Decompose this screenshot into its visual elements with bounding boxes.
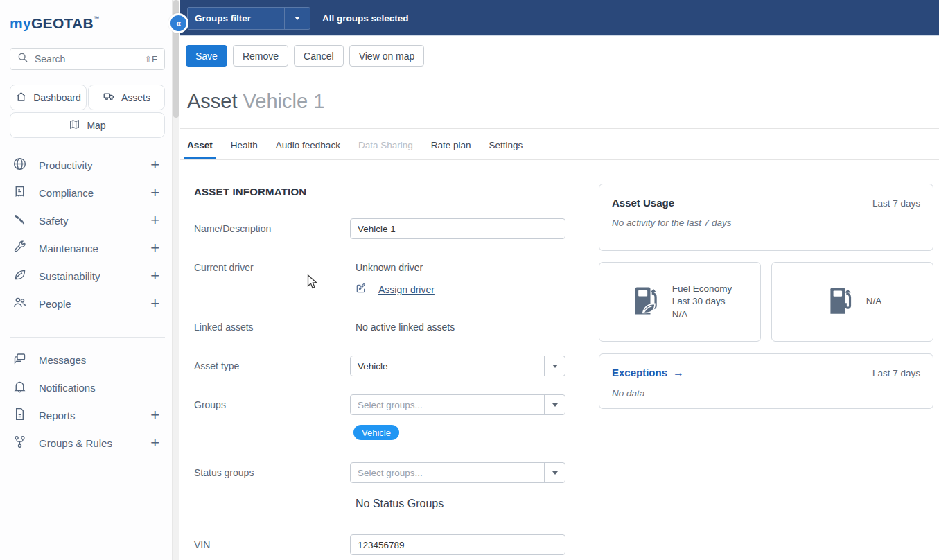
sidebar-item-groups-rules[interactable]: Groups & Rules + (0, 429, 172, 457)
group-chip-vehicle[interactable]: Vehicle (353, 425, 399, 440)
exceptions-link[interactable]: Exceptions (612, 367, 667, 378)
sidebar-item-map[interactable]: Map (10, 112, 165, 138)
asset-usage-period: Last 7 days (872, 198, 920, 209)
asset-usage-card: Asset Usage Last 7 days No activity for … (599, 184, 933, 251)
action-toolbar: Save Remove Cancel View on map (186, 45, 424, 67)
seatbelt-icon (12, 212, 27, 229)
fuel-pump-leaf-icon (628, 283, 664, 322)
plus-icon[interactable]: + (150, 268, 159, 283)
plus-icon[interactable]: + (150, 185, 159, 200)
sidebar-item-assets[interactable]: Assets (88, 85, 165, 110)
assign-driver-link[interactable]: Assign driver (378, 284, 435, 295)
messages-icon (12, 351, 27, 369)
asset-usage-empty-text: No activity for the last 7 days (599, 209, 933, 228)
logo-my: my (10, 15, 31, 31)
truck-icon (103, 90, 115, 105)
mygeotab-logo: myGEOTAB™ (10, 15, 99, 32)
groups-rules-label: Groups & Rules (39, 437, 112, 449)
sidebar-item-reports[interactable]: Reports + (0, 401, 172, 429)
sidebar-item-safety[interactable]: Safety + (0, 207, 172, 234)
safety-label: Safety (39, 215, 69, 227)
sidebar-item-people[interactable]: People + (0, 290, 172, 317)
sidebar-item-dashboard[interactable]: Dashboard (10, 85, 87, 110)
plus-icon[interactable]: + (150, 408, 159, 423)
page-title-name: Vehicle 1 (243, 90, 325, 112)
top-bar: Groups filter All groups selected (180, 0, 939, 36)
current-driver-label: Current driver (194, 262, 254, 273)
sidebar-item-sustainability[interactable]: Sustainability + (0, 262, 172, 290)
plus-icon[interactable]: + (150, 157, 159, 173)
asset-type-label: Asset type (194, 360, 239, 371)
groups-selection-status: All groups selected (322, 0, 409, 36)
tab-rate-plan[interactable]: Rate plan (431, 140, 471, 159)
productivity-label: Productivity (39, 159, 93, 171)
fuel-economy-text: Fuel Economy Last 30 days N/A (672, 283, 732, 321)
groups-select[interactable]: Select groups... (350, 394, 565, 415)
chevron-down-icon[interactable] (544, 395, 565, 414)
cancel-button[interactable]: Cancel (294, 45, 344, 67)
asset-type-select[interactable]: Vehicle (350, 356, 565, 376)
mygeotab-app: myGEOTAB™ Search ⇧F Dashboard Assets (0, 0, 939, 560)
fuel-economy-card[interactable]: Fuel Economy Last 30 days N/A (599, 262, 761, 342)
plus-icon[interactable]: + (150, 213, 159, 228)
tab-asset[interactable]: Asset (187, 140, 213, 159)
arrow-right-icon[interactable]: → (673, 367, 684, 379)
tab-data-sharing: Data Sharing (358, 140, 413, 159)
sidebar-collapse-button[interactable]: « (168, 13, 188, 33)
search-icon (17, 52, 28, 66)
sidebar-item-compliance[interactable]: Compliance + (0, 179, 172, 207)
remove-button[interactable]: Remove (233, 45, 288, 67)
notifications-label: Notifications (39, 382, 96, 394)
sidebar-divider (10, 337, 165, 338)
view-on-map-button[interactable]: View on map (349, 45, 425, 67)
asset-usage-title: Asset Usage (612, 197, 674, 209)
sidebar-scrollbar[interactable] (172, 0, 179, 560)
tab-health[interactable]: Health (231, 140, 258, 159)
fuel-economy-line2: Last 30 days (672, 295, 732, 308)
title-divider (180, 128, 939, 129)
groups-filter-label: Groups filter (188, 13, 284, 24)
sustainability-label: Sustainability (39, 270, 100, 282)
asset-usage-header: Asset Usage Last 7 days (599, 184, 933, 209)
compliance-icon (12, 184, 27, 202)
wrench-icon (12, 240, 27, 257)
tab-audio-feedback[interactable]: Audio feedback (276, 140, 340, 159)
chevron-down-icon[interactable] (544, 356, 565, 376)
plus-icon[interactable]: + (150, 240, 159, 256)
vin-input[interactable] (350, 534, 565, 555)
name-description-input[interactable] (350, 218, 565, 239)
exceptions-card: Exceptions → Last 7 days No data (599, 353, 933, 409)
map-icon (69, 119, 80, 132)
fuel-pump-icon (823, 283, 858, 321)
sidebar-item-messages[interactable]: Messages (0, 346, 172, 374)
fuel-economy-line1: Fuel Economy (672, 283, 732, 295)
sidebar-primary-menu: Productivity + Compliance + Safety + Mai… (0, 151, 172, 317)
status-groups-select[interactable]: Select groups... (350, 462, 565, 483)
plus-icon[interactable]: + (150, 435, 159, 450)
search-shortcut: ⇧F (144, 54, 157, 64)
sidebar-item-productivity[interactable]: Productivity + (0, 151, 172, 179)
groups-filter-select[interactable]: Groups filter (187, 7, 310, 30)
page-title-prefix: Asset (187, 90, 238, 112)
asset-type-value: Vehicle (351, 361, 544, 371)
sidebar-item-notifications[interactable]: Notifications (0, 374, 172, 401)
linked-assets-label: Linked assets (194, 322, 254, 333)
fuel-fillups-value: N/A (866, 295, 882, 308)
logo-geotab: GEOTAB (31, 15, 94, 31)
plus-icon[interactable]: + (150, 296, 159, 311)
search-input[interactable]: Search ⇧F (10, 48, 165, 70)
groups-label: Groups (194, 399, 226, 410)
save-button[interactable]: Save (186, 45, 227, 67)
chevrons-left-icon: « (176, 18, 181, 28)
groups-placeholder: Select groups... (351, 400, 544, 410)
tab-settings[interactable]: Settings (489, 140, 523, 159)
map-label: Map (87, 120, 105, 131)
sidebar-item-maintenance[interactable]: Maintenance + (0, 234, 172, 262)
edit-icon (356, 283, 367, 297)
exceptions-period: Last 7 days (872, 368, 920, 378)
chevron-down-icon[interactable] (544, 463, 565, 482)
fuel-fillups-card[interactable]: N/A (771, 262, 933, 342)
status-groups-placeholder: Select groups... (351, 468, 544, 478)
search-placeholder: Search (35, 53, 144, 64)
chevron-down-icon[interactable] (285, 17, 310, 20)
